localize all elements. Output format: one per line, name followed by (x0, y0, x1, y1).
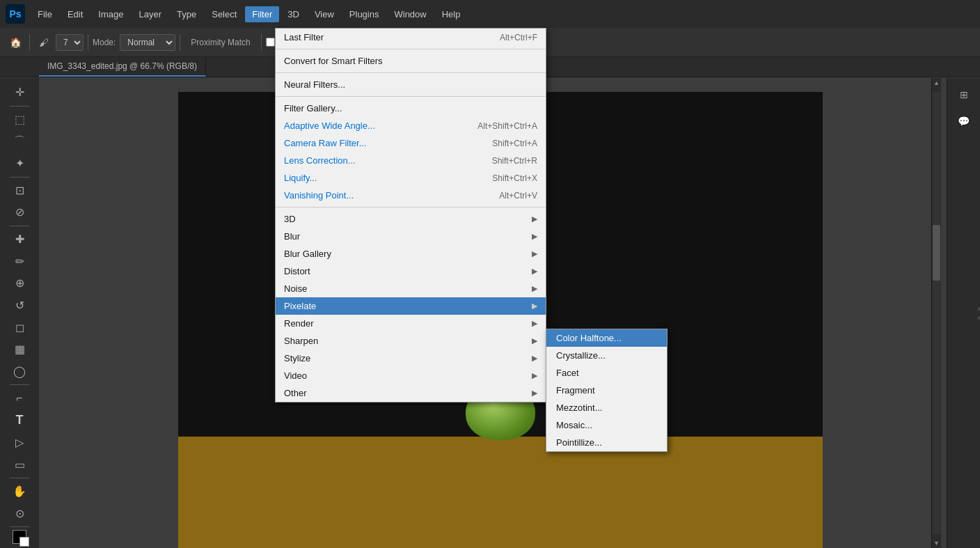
filter-neural[interactable]: Neural Filters... (276, 76, 546, 93)
submenu-mosaic[interactable]: Mosaic... (546, 416, 667, 434)
tool-path-select[interactable]: ▷ (8, 432, 31, 453)
filter-stylize[interactable]: Stylize ▶ (276, 350, 546, 367)
filter-gallery[interactable]: Filter Gallery... (276, 100, 546, 117)
menu-layer[interactable]: Layer (132, 6, 169, 22)
filter-camera-raw-shortcut: Shift+Ctrl+A (492, 139, 537, 148)
filter-sharpen[interactable]: Sharpen ▶ (276, 332, 546, 350)
filter-other[interactable]: Other ▶ (276, 384, 546, 402)
divider-2 (88, 34, 88, 51)
filter-liquify[interactable]: Liquify... Shift+Ctrl+X (276, 169, 546, 187)
v-scrollbar[interactable]: ▲ ▼ (931, 78, 941, 548)
brush-options-button[interactable]: 🖌 (34, 33, 54, 52)
ps-logo: Ps (6, 4, 25, 24)
filter-stylize-label: Stylize (284, 353, 310, 363)
tool-dodge[interactable]: ◯ (8, 361, 31, 382)
submenu-pointillize[interactable]: Pointillize... (546, 434, 667, 451)
menu-file[interactable]: File (31, 6, 59, 22)
menu-select[interactable]: Select (205, 6, 244, 22)
menu-edit[interactable]: Edit (61, 6, 90, 22)
menu-window[interactable]: Window (387, 6, 433, 22)
filter-sep-3 (276, 96, 546, 97)
filter-liquify-label: Liquify... (284, 173, 317, 183)
doc-tab[interactable]: IMG_3343_edited.jpg @ 66.7% (RGB/8) (39, 57, 206, 77)
filter-adaptive-wide-label: Adaptive Wide Angle... (284, 120, 375, 131)
tool-pen[interactable]: ⌐ (8, 388, 31, 409)
submenu-mezzotint-label: Mezzotint... (556, 402, 602, 413)
tool-magic-wand[interactable]: ✦ (8, 153, 31, 174)
tool-divider-1 (10, 106, 29, 107)
home-button[interactable]: 🏠 (6, 33, 25, 52)
tool-gradient[interactable]: ▦ (8, 339, 31, 360)
tool-type[interactable]: T (8, 410, 31, 431)
tool-lasso[interactable]: ⌒ (8, 131, 31, 152)
menu-bar: Ps File Edit Image Layer Type Select Fil… (0, 0, 980, 28)
menu-help[interactable]: Help (435, 6, 468, 22)
background-color[interactable] (19, 537, 29, 547)
menu-plugins[interactable]: Plugins (342, 6, 386, 22)
filter-vanishing-point[interactable]: Vanishing Point... Alt+Ctrl+V (276, 187, 546, 204)
submenu-fragment-label: Fragment (556, 385, 595, 396)
filter-blur[interactable]: Blur ▶ (276, 228, 546, 245)
tool-eyedropper[interactable]: ⊘ (8, 202, 31, 223)
proximity-match-button[interactable]: Proximity Match (184, 33, 256, 52)
filter-last-filter[interactable]: Last Filter Alt+Ctrl+F (276, 29, 546, 46)
scroll-up-arrow[interactable]: ▲ (932, 78, 941, 88)
filter-render[interactable]: Render ▶ (276, 315, 546, 332)
photo-table (178, 437, 823, 548)
tool-history-brush[interactable]: ↺ (8, 295, 31, 316)
tool-marquee[interactable]: ⬚ (8, 109, 31, 130)
scroll-down-arrow[interactable]: ▼ (932, 538, 941, 548)
foreground-color[interactable] (13, 530, 26, 544)
scrollbar-thumb[interactable] (933, 225, 940, 281)
tool-healing[interactable]: ✚ (8, 229, 31, 250)
filter-3d[interactable]: 3D ▶ (276, 210, 546, 228)
tool-rectangle[interactable]: ▭ (8, 454, 31, 475)
filter-camera-raw[interactable]: Camera Raw Filter... Shift+Ctrl+A (276, 134, 546, 152)
filter-last-filter-shortcut: Alt+Ctrl+F (500, 33, 537, 42)
filter-stylize-arrow: ▶ (532, 354, 537, 363)
menu-image[interactable]: Image (91, 6, 130, 22)
submenu-fragment[interactable]: Fragment (546, 382, 667, 399)
tool-eraser[interactable]: ◻ (8, 317, 31, 338)
scrollbar-track (933, 92, 940, 534)
submenu-color-halftone-label: Color Halftone... (556, 333, 622, 343)
submenu-facet[interactable]: Facet (546, 364, 667, 382)
filter-lens-correction[interactable]: Lens Correction... Shift+Ctrl+R (276, 152, 546, 169)
filter-video[interactable]: Video ▶ (276, 367, 546, 384)
filter-noise-arrow: ▶ (532, 284, 537, 293)
tool-zoom[interactable]: ⊙ (8, 503, 31, 524)
filter-distort[interactable]: Distort ▶ (276, 263, 546, 280)
menu-3d[interactable]: 3D (280, 6, 306, 22)
tool-clone-stamp[interactable]: ⊕ (8, 273, 31, 294)
sample-all-layers-checkbox[interactable] (266, 38, 275, 47)
tool-hand[interactable]: ✋ (8, 481, 31, 502)
filter-noise[interactable]: Noise ▶ (276, 280, 546, 297)
menu-filter[interactable]: Filter (245, 6, 279, 22)
mode-select[interactable]: Normal (120, 34, 175, 51)
filter-pixelate[interactable]: Pixelate ▶ (276, 297, 546, 315)
filter-adaptive-wide-shortcut: Alt+Shift+Ctrl+A (477, 121, 537, 131)
chat-icon[interactable]: 💬 (953, 110, 975, 132)
submenu-mezzotint[interactable]: Mezzotint... (546, 399, 667, 416)
brush-size-select[interactable]: 7 (56, 34, 84, 51)
filter-convert-smart[interactable]: Convert for Smart Filters (276, 52, 546, 70)
filter-render-label: Render (284, 318, 314, 329)
submenu-color-halftone[interactable]: Color Halftone... (546, 329, 667, 347)
menu-type[interactable]: Type (170, 6, 203, 22)
tool-move[interactable]: ✛ (8, 82, 31, 103)
divider-4 (261, 34, 262, 51)
menu-view[interactable]: View (308, 6, 341, 22)
submenu-pointillize-label: Pointillize... (556, 437, 602, 448)
panels-icon[interactable]: ⊞ (953, 84, 975, 106)
tool-brush[interactable]: ✏ (8, 251, 31, 272)
filter-3d-arrow: ▶ (532, 214, 537, 224)
tool-crop[interactable]: ⊡ (8, 180, 31, 201)
submenu-mosaic-label: Mosaic... (556, 420, 592, 430)
filter-menu: Last Filter Alt+Ctrl+F Convert for Smart… (275, 28, 546, 402)
filter-blur-gallery[interactable]: Blur Gallery ▶ (276, 245, 546, 263)
filter-adaptive-wide[interactable]: Adaptive Wide Angle... Alt+Shift+Ctrl+A (276, 117, 546, 134)
submenu-crystallize[interactable]: Crystallize... (546, 347, 667, 364)
filter-blur-gallery-label: Blur Gallery (284, 249, 331, 259)
filter-liquify-shortcut: Shift+Ctrl+X (492, 173, 537, 183)
filter-video-label: Video (284, 370, 307, 381)
